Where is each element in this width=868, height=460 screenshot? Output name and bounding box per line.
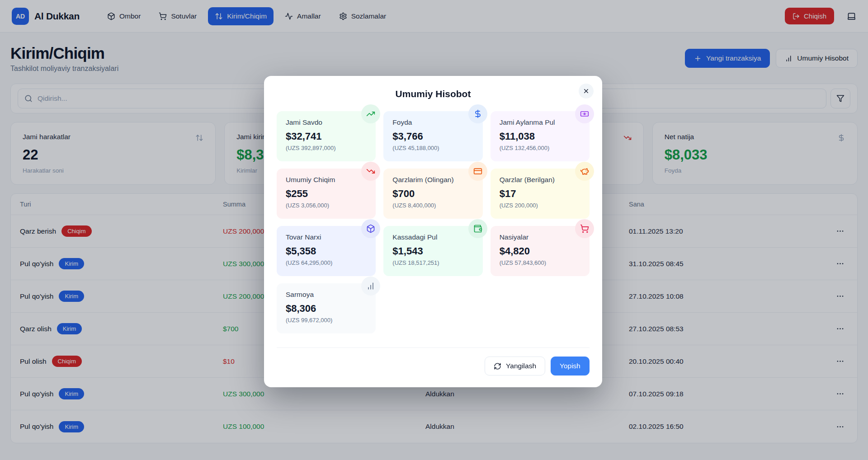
report-card-value: $32,741 — [286, 131, 367, 142]
report-card-label: Umumiy Chiqim — [286, 176, 367, 184]
trending-up-icon — [361, 104, 380, 123]
piggy-bank-icon — [575, 162, 594, 181]
modal-title: Umumiy Hisobot — [277, 89, 590, 99]
report-card-label: Nasiyalar — [500, 233, 580, 241]
report-card-value: $1,543 — [392, 245, 473, 257]
bar-chart-icon — [361, 277, 380, 296]
report-card-sub: (UZS 132,456,000) — [500, 145, 580, 151]
report-card-label: Kassadagi Pul — [392, 233, 473, 241]
report-card-sub: (UZS 64,295,000) — [286, 259, 367, 266]
report-card-sub: (UZS 3,056,000) — [286, 202, 367, 209]
refresh-label: Yangilash — [506, 362, 536, 370]
overall-report-modal: Umumiy Hisobot Jami Savdo $32,741 (UZS 3… — [264, 76, 602, 387]
report-card-sub: (UZS 200,000) — [500, 202, 580, 209]
close-icon — [583, 88, 590, 94]
report-card-value: $11,038 — [500, 131, 580, 142]
wallet-icon — [468, 219, 487, 238]
modal-close-button[interactable] — [579, 84, 594, 99]
trending-down-icon — [361, 162, 380, 181]
report-card-tovar-narxi: Tovar Narxi $5,358 (UZS 64,295,000) — [277, 226, 376, 276]
report-card-sub: (UZS 18,517,251) — [392, 259, 473, 266]
report-card-qarzlarim-olingan: Qarzlarim (Olingan) $700 (UZS 8,400,000) — [383, 169, 482, 219]
report-card-label: Sarmoya — [286, 291, 367, 299]
report-card-label: Jami Aylanma Pul — [500, 118, 580, 127]
report-card-label: Tovar Narxi — [286, 233, 367, 241]
report-card-label: Qarzlar (Berilgan) — [500, 176, 580, 184]
report-card-label: Jami Savdo — [286, 118, 367, 127]
report-card-sub: (UZS 8,400,000) — [392, 202, 473, 209]
modal-footer: Yangilash Yopish — [277, 347, 590, 376]
report-card-jami-aylanma-pul: Jami Aylanma Pul $11,038 (UZS 132,456,00… — [491, 111, 590, 161]
close-modal-button[interactable]: Yopish — [551, 357, 590, 376]
report-cards-grid: Jami Savdo $32,741 (UZS 392,897,000) Foy… — [277, 111, 590, 333]
report-card-foyda: Foyda $3,766 (UZS 45,188,000) — [383, 111, 482, 161]
refresh-icon — [494, 362, 501, 370]
credit-card-icon — [468, 162, 487, 181]
refresh-button[interactable]: Yangilash — [485, 357, 545, 376]
report-card-sub: (UZS 45,188,000) — [392, 145, 473, 151]
report-card-value: $17 — [500, 188, 580, 200]
report-card-jami-savdo: Jami Savdo $32,741 (UZS 392,897,000) — [277, 111, 376, 161]
report-card-kassadagi-pul: Kassadagi Pul $1,543 (UZS 18,517,251) — [383, 226, 482, 276]
banknote-icon — [575, 104, 594, 123]
report-card-value: $5,358 — [286, 245, 367, 257]
report-card-label: Qarzlarim (Olingan) — [392, 176, 473, 184]
report-card-nasiyalar: Nasiyalar $4,820 (UZS 57,843,600) — [491, 226, 590, 276]
report-card-value: $3,766 — [392, 131, 473, 142]
report-card-value: $700 — [392, 188, 473, 200]
report-card-label: Foyda — [392, 118, 473, 127]
shopping-cart-icon — [575, 219, 594, 238]
report-card-umumiy-chiqim: Umumiy Chiqim $255 (UZS 3,056,000) — [277, 169, 376, 219]
report-card-value: $255 — [286, 188, 367, 200]
dollar-sign-icon — [468, 104, 487, 123]
close-modal-label: Yopish — [560, 362, 580, 370]
report-card-sarmoya: Sarmoya $8,306 (UZS 99,672,000) — [277, 283, 376, 333]
report-card-value: $4,820 — [500, 245, 580, 257]
package-icon — [361, 219, 380, 238]
report-card-sub: (UZS 99,672,000) — [286, 317, 367, 324]
report-card-value: $8,306 — [286, 303, 367, 314]
report-card-sub: (UZS 392,897,000) — [286, 145, 367, 151]
report-card-sub: (UZS 57,843,600) — [500, 259, 580, 266]
report-card-qarzlar-berilgan: Qarzlar (Berilgan) $17 (UZS 200,000) — [491, 169, 590, 219]
